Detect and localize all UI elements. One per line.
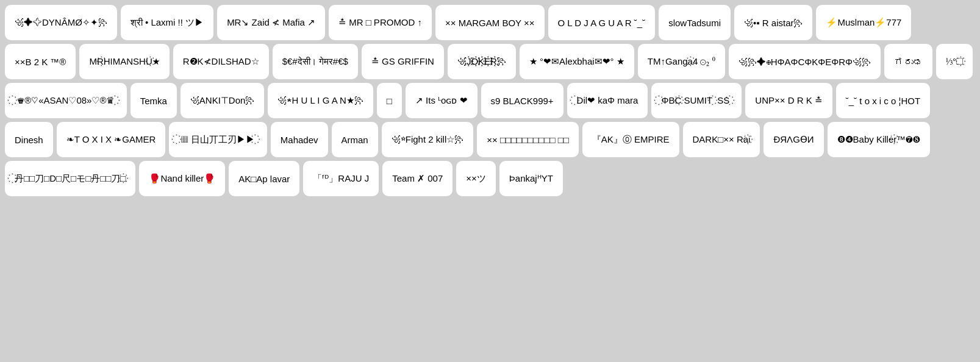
tag-item[interactable]: 🥊Nand killer🥊 — [139, 161, 225, 196]
tag-item[interactable]: Dinesh — [5, 122, 53, 157]
tag-item[interactable]: ꧁☆Fight 2 kill☆꧂ — [382, 122, 474, 157]
tag-item[interactable]: ꧁ANKI⊤Don꧂ — [181, 83, 265, 118]
tag-item[interactable]: s9 BLACK999+ — [481, 83, 563, 118]
tag-item[interactable]: O L D J A G U A R ˘_˘ — [548, 5, 656, 40]
tag-item[interactable]: ★ °❤✉Alexbhai✉❤° ★ — [520, 44, 634, 79]
tag-item[interactable]: ꙰ ♛®♡«ASAN♡08»♡®♛ ꙰ — [5, 83, 127, 118]
tag-item[interactable]: ꙰ ▦ 日山丌工刃▶▶ ꙰ — [169, 122, 267, 157]
tag-item[interactable]: Temka — [131, 83, 177, 118]
tag-item[interactable]: ×× MARGAM BOY ×× — [435, 5, 544, 40]
tag-item[interactable]: ꧁•▪ R aistar꧂ — [734, 5, 812, 40]
tag-item[interactable]: MR꙰HIMANSHU꙰★ — [79, 44, 169, 79]
tag-item[interactable]: ↗ Its ᴸoɢᴅ ❤ — [406, 83, 477, 118]
tag-item[interactable]: 「ᶠᴰ」RAJU J — [303, 161, 379, 196]
tag-item[interactable]: MR↘ Zaid ≮ Mafia ↗ — [217, 5, 325, 40]
tag-item[interactable]: ××ツ — [456, 161, 496, 196]
tag-item[interactable]: ≛ GS GRIFFIN — [362, 44, 444, 79]
tag-item[interactable]: ꧁J꙰꙰O꙰꙰K꙰꙰E꙰꙰R꙰꙰꧂ — [448, 44, 516, 79]
tag-item[interactable]: ××B 2 K ™® — [5, 44, 76, 79]
tag-item[interactable]: ˘_˘ t o x i c o ¦HOT — [836, 83, 930, 118]
tag-item[interactable]: 『AK』⓪ EMPIRE — [582, 122, 679, 157]
tag-item[interactable]: ꙰ΦBC꙰ SUMIT ꙰ SS ꙰ — [651, 83, 742, 118]
tag-item[interactable]: ꧁★H U L I G A N★꧂ — [268, 83, 373, 118]
tag-item[interactable]: ꙰Dil❤ kaΦ mara — [567, 83, 648, 118]
tag-item[interactable]: ಗರುಢ — [884, 44, 932, 79]
tag-item[interactable]: ❽❹Baby Killer꙰™❼❽ — [828, 122, 931, 157]
tag-item[interactable]: □ — [377, 83, 402, 118]
tags-grid: ꧁✦✧DYNÂMØ✧✦꧂श्री • Laxmi !! ツ▶MR↘ Zaid ≮… — [5, 5, 975, 196]
tag-item[interactable]: ⚡Muslman⚡777 — [816, 5, 911, 40]
tag-item[interactable]: UNP×× D R K ≛ — [745, 83, 832, 118]
tag-item[interactable]: DARK□×× Rai꙰ — [683, 122, 760, 157]
tag-item[interactable]: ꧁꧂✦⊕HΦAΦCΦKΦEΦRΦ꧁꧂ — [729, 44, 881, 79]
tag-item[interactable]: Team ✗ 007 — [382, 161, 452, 196]
tag-item[interactable]: TM↑Ganga꙰4 ⊙₂ ⁰ — [638, 44, 725, 79]
tag-item[interactable]: ÐЯΛGӨИ — [764, 122, 823, 157]
tag-item[interactable]: R❷K≮DILSHAD☆ — [173, 44, 269, 79]
tag-item[interactable]: ꙰丹□□刀□D□尺□モ□丹□□刀□꙰ — [5, 161, 135, 196]
tag-item[interactable]: slowTadsumi — [659, 5, 731, 40]
tag-item[interactable]: ÞankajᵸYT — [499, 161, 563, 196]
tag-item[interactable]: ×× □□□□□□□□□□ □□ — [477, 122, 579, 157]
tag-item[interactable]: $€#देसी। गेमर#€$ — [273, 44, 358, 79]
tag-item[interactable]: ⅓°□꙰ — [936, 44, 973, 79]
tag-item[interactable]: ❧T O X I X ❧GAMER — [57, 122, 166, 157]
tag-item[interactable]: श्री • Laxmi !! ツ▶ — [121, 5, 213, 40]
tag-item[interactable]: ꧁✦✧DYNÂMØ✧✦꧂ — [5, 5, 117, 40]
tag-item[interactable]: Arman — [332, 122, 378, 157]
tag-item[interactable]: Mahadev — [271, 122, 328, 157]
tag-item[interactable]: ≛ MR □ PROMOD ↑ — [329, 5, 432, 40]
tag-item[interactable]: AK□Ap lavar — [229, 161, 299, 196]
